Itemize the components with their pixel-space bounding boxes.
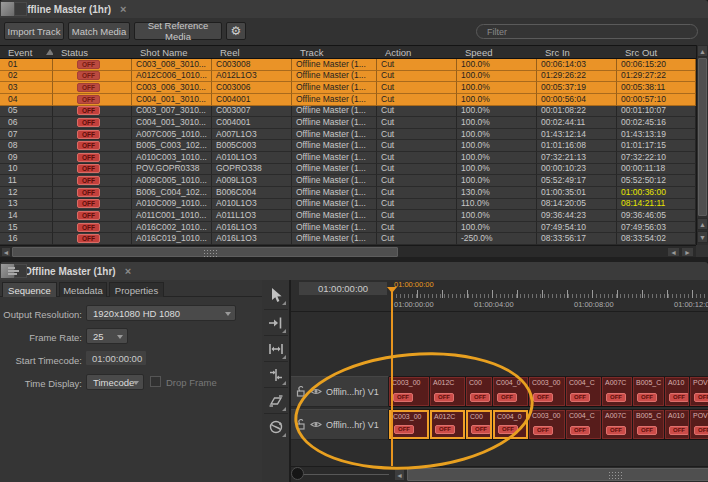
timeline-clip[interactable]: B005_COFF <box>633 410 664 439</box>
column-header-event[interactable]: Event <box>0 46 53 58</box>
trim-tool[interactable] <box>264 337 288 361</box>
table-h-scroll-thumb[interactable] <box>12 247 398 257</box>
scroll-left2-icon[interactable]: ◄ <box>667 247 680 257</box>
close-icon[interactable]: × <box>125 265 131 277</box>
scroll-left-icon[interactable]: ◄ <box>394 469 405 481</box>
import-track-button[interactable]: Import Track <box>4 22 64 40</box>
column-header-track[interactable]: Track <box>292 46 377 58</box>
table-row[interactable]: 11OFFA009C005_1010...A009L1O3Offline Mas… <box>0 175 696 187</box>
table-row[interactable]: 08OFFB005_C003_102...B005C003Offline Mas… <box>0 140 696 152</box>
timeline-clip[interactable]: A007COFF <box>602 410 632 439</box>
timeline-clip[interactable]: A012COFF <box>430 410 465 439</box>
cell-track: Offline Master (1... <box>292 94 377 106</box>
column-header-srcin[interactable]: Src In <box>537 46 617 58</box>
close-icon[interactable]: × <box>120 3 126 15</box>
column-header-action[interactable]: Action <box>377 46 457 58</box>
gear-icon[interactable]: ⚙ <box>226 22 246 40</box>
sort-icon[interactable] <box>46 49 53 55</box>
slide-tool[interactable] <box>264 363 288 387</box>
column-header-reel[interactable]: Reel <box>212 46 292 58</box>
timeline-clip[interactable]: B005_COFF <box>633 377 664 406</box>
table-v-scrollbar[interactable]: ▲ ▲ ▼ <box>696 45 708 257</box>
timeline-h-scroll-thumb[interactable] <box>407 468 708 481</box>
table-row[interactable]: 04OFFC004_001_3010...C004001Offline Mast… <box>0 94 696 106</box>
frame-rate-select[interactable]: 25 <box>86 328 128 344</box>
zoom-slider-track[interactable] <box>294 474 389 475</box>
timeline-clip[interactable]: C00OFF <box>466 377 492 406</box>
scroll-right-icon[interactable]: ► <box>681 247 694 257</box>
table-row[interactable]: 12OFFB006_C004_102...B006C004Offline Mas… <box>0 187 696 199</box>
table-row[interactable]: 13OFFA010C009_1010...A010L1O3Offline Mas… <box>0 199 696 211</box>
track-2-lane[interactable]: C003_00OFFA012COFFC00OFFC004_0OFFC003_00… <box>389 409 708 440</box>
table-row[interactable]: 03OFFC003_006_3010...C003006Offline Mast… <box>0 82 696 94</box>
timeline-clip[interactable]: C003_00OFF <box>529 377 565 406</box>
timeline-clip[interactable]: C003_00OFF <box>389 377 429 406</box>
track-2-header[interactable]: Offlin...hr) V1 <box>291 409 389 440</box>
track-1-lane[interactable]: C003_00OFFA012COFFC00OFFC004_0OFFC003_00… <box>389 376 708 407</box>
table-row[interactable]: 06OFFC004_001_3010...C004001Offline Mast… <box>0 117 696 129</box>
timeline-clip[interactable]: A010OFF <box>665 410 689 439</box>
table-v-scroll-thumb[interactable] <box>698 58 707 216</box>
table-h-scrollbar[interactable]: ◄ ◄ ► <box>0 245 696 257</box>
set-reference-media-button[interactable]: Set Reference Media <box>134 22 222 40</box>
filter-input[interactable] <box>476 24 698 39</box>
table-row[interactable]: 01OFFC003_008_3010...C003008Offline Mast… <box>0 59 696 71</box>
globe-tool[interactable] <box>264 415 288 439</box>
tab-offline-master-bottom[interactable]: Offline Master (1hr) × <box>0 262 708 280</box>
timeline-ruler[interactable] <box>392 290 708 298</box>
zoom-slider-knob[interactable] <box>291 467 304 480</box>
timeline-clip[interactable]: C00OFF <box>466 410 492 439</box>
playhead-line[interactable] <box>391 288 393 466</box>
start-timecode-field[interactable]: 01:00:00:00 <box>86 351 146 365</box>
lock-open-icon[interactable] <box>296 386 306 397</box>
column-header-shot[interactable]: Shot Name <box>132 46 212 58</box>
eye-icon[interactable] <box>310 387 322 396</box>
cell-action: Cut <box>377 117 457 129</box>
event-table-header[interactable]: EventStatusShot NameReelTrackActionSpeed… <box>0 45 696 59</box>
tab-offline-master-top[interactable]: ≡ Offline Master (1hr) × <box>0 0 708 18</box>
timeline-clip[interactable]: POVOFF <box>690 377 708 406</box>
cell-event: 03 <box>0 82 53 94</box>
table-row[interactable]: 02OFFA012C006_1010...A012L1O3Offline Mas… <box>0 71 696 83</box>
timeline-clip[interactable]: C003_00OFF <box>529 410 565 439</box>
match-media-button[interactable]: Match Media <box>68 22 130 40</box>
eye-icon[interactable] <box>310 420 322 429</box>
column-header-status[interactable]: Status <box>53 46 132 58</box>
track-1-header[interactable]: Offlin...hr) V1 <box>291 376 389 407</box>
timeline-clip[interactable]: A010OFF <box>665 377 689 406</box>
table-row[interactable]: 16OFFA016C019_1010...A016L1O3Offline Mas… <box>0 233 696 245</box>
column-header-speed[interactable]: Speed <box>457 46 537 58</box>
table-row[interactable]: 14OFFA011C001_1010...A011L1O3Offline Mas… <box>0 210 696 222</box>
tab-properties[interactable]: Properties <box>109 282 164 297</box>
scroll-down-icon[interactable]: ▼ <box>697 231 708 243</box>
timeline-clip[interactable]: POVOFF <box>690 410 708 439</box>
timeline-clip[interactable]: A012COFF <box>430 377 465 406</box>
cell-shot: A009C005_1010... <box>132 175 212 187</box>
playhead-marker[interactable] <box>387 287 397 293</box>
table-row[interactable]: 10OFFPOV.GOPR0338GOPRO338Offline Master … <box>0 164 696 176</box>
timeline-clip[interactable]: C004_0OFF <box>493 410 528 439</box>
pointer-tool[interactable] <box>264 283 288 307</box>
tab-sequence[interactable]: Sequence <box>2 282 57 297</box>
table-row[interactable]: 15OFFA016C002_1010...A016L1O3Offline Mas… <box>0 222 696 234</box>
timeline-clip[interactable]: A007COFF <box>602 377 632 406</box>
cell-srcout: 07:49:56:03 <box>617 222 696 234</box>
extend-edit-tool[interactable] <box>264 311 288 335</box>
time-display-select[interactable]: Timecode <box>86 374 144 390</box>
column-header-srcout[interactable]: Src Out <box>617 46 696 58</box>
tab-metadata[interactable]: Metadata <box>59 282 107 297</box>
lock-open-icon[interactable] <box>296 419 306 430</box>
timeline-clip[interactable]: C004_COFF <box>566 410 601 439</box>
timeline-clip[interactable]: C004_0OFF <box>493 377 528 406</box>
timeline-clip[interactable]: C003_00OFF <box>389 410 429 439</box>
scroll-up-icon[interactable]: ▲ <box>697 45 708 57</box>
drop-frame-checkbox[interactable] <box>150 376 161 387</box>
table-row[interactable]: 09OFFA010C003_1010...A010L1O3Offline Mas… <box>0 152 696 164</box>
slip-tool[interactable] <box>264 389 288 413</box>
table-row[interactable]: 05OFFC003_007_3010...C003007Offline Mast… <box>0 106 696 118</box>
output-resolution-select[interactable]: 1920x1080 HD 1080 <box>86 305 236 321</box>
timeline-clip[interactable]: C004_COFF <box>566 377 601 406</box>
table-row[interactable]: 07OFFA007C005_1010...A007L1O3Offline Mas… <box>0 129 696 141</box>
scroll-up2-icon[interactable]: ▲ <box>697 218 708 230</box>
scroll-left-icon[interactable]: ◄ <box>1 247 11 257</box>
